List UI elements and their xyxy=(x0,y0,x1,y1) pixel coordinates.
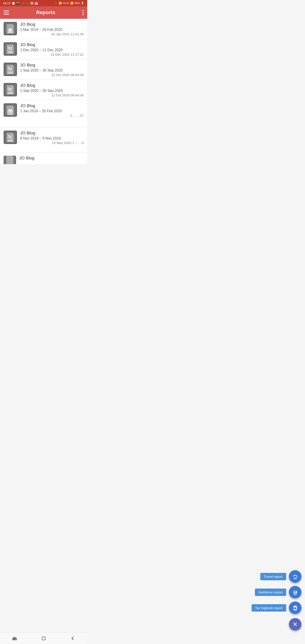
report-range: 8 Nov 2019 – 9 Nov 2019 xyxy=(20,136,84,140)
report-icon-car xyxy=(4,103,17,117)
report-item[interactable]: JO Blog 1 Dec 2020 – 11 Dec 2020 14 Dec … xyxy=(0,39,87,59)
page-title: Reports xyxy=(36,10,55,16)
report-icon-partial xyxy=(4,156,16,164)
svg-point-20 xyxy=(11,112,12,114)
report-icon-doc xyxy=(4,83,17,96)
report-timestamp: 13 May 2020 1… …0 xyxy=(20,141,84,145)
report-list: JO Blog 1 Mar 2019 – 29 Feb 2020 26 Jan … xyxy=(0,19,87,164)
status-time: 08:23 📋 📷 🦋 🦋 🖼 📅 xyxy=(3,2,38,5)
report-name: JO Blog xyxy=(20,22,84,27)
report-item-partial[interactable]: JO Blog xyxy=(0,152,87,164)
svg-rect-21 xyxy=(8,111,10,112)
report-range: 1 Sep 2020 – 30 Sep 2020 xyxy=(20,68,84,72)
menu-button[interactable] xyxy=(4,10,9,14)
report-timestamp: 12 Oct 2020 08:44:34 xyxy=(20,93,84,97)
report-info: JO Blog 1 Sep 2020 – 30 Sep 2020 12 Oct … xyxy=(20,83,84,97)
report-timestamp: 12 Oct 2020 08:44:36 xyxy=(20,73,84,77)
status-indicators: 🔕 📶 VoLTE 📶 94% 🔋 xyxy=(54,2,84,5)
toolbar: Reports xyxy=(0,6,87,19)
report-icon-doc xyxy=(4,130,17,144)
report-info: JO Blog 8 Nov 2019 – 9 Nov 2019 13 May 2… xyxy=(20,130,84,145)
report-name: JO Blog xyxy=(19,156,84,160)
report-name: JO Blog xyxy=(20,103,84,108)
report-item[interactable]: JO Blog 8 Nov 2019 – 9 Nov 2019 13 May 2… xyxy=(0,128,87,152)
report-info: JO Blog 1 Sep 2020 – 30 Sep 2020 12 Oct … xyxy=(20,62,84,77)
report-item[interactable]: JO Blog 1 Mar 2019 – 29 Feb 2020 26 Jan … xyxy=(0,19,87,39)
more-options-button[interactable] xyxy=(82,10,84,15)
report-range: 1 Jan 2019 – 29 Feb 2020 xyxy=(20,109,84,113)
report-timestamp: 14 Dec 2020 11:17:22 xyxy=(20,52,84,56)
report-item[interactable]: JO Blog 1 Sep 2020 – 30 Sep 2020 12 Oct … xyxy=(0,80,87,100)
report-info: JO Blog xyxy=(19,156,84,162)
svg-rect-5 xyxy=(11,30,12,31)
report-name: JO Blog xyxy=(20,130,84,136)
report-timestamp: 26 Jan 2021 11:51:39 xyxy=(20,32,84,36)
report-info: JO Blog 1 Dec 2020 – 11 Dec 2020 14 Dec … xyxy=(20,42,84,56)
report-name: JO Blog xyxy=(20,83,84,88)
svg-rect-4 xyxy=(9,30,10,31)
report-info: JO Blog 1 Jan 2019 – 29 Feb 2020 2… …37 xyxy=(20,103,84,118)
report-info: JO Blog 1 Mar 2019 – 29 Feb 2020 26 Jan … xyxy=(20,22,84,36)
report-icon-doc xyxy=(4,42,17,56)
report-name: JO Blog xyxy=(20,42,84,47)
report-range: 1 Sep 2020 – 30 Sep 2020 xyxy=(20,89,84,93)
status-bar: 08:23 📋 📷 🦋 🦋 🖼 📅 🔕 📶 VoLTE 📶 94% 🔋 xyxy=(0,0,87,6)
report-timestamp: 2… …37 xyxy=(20,114,84,118)
svg-point-19 xyxy=(8,112,10,114)
svg-rect-22 xyxy=(11,111,12,112)
report-range: 1 Dec 2020 – 11 Dec 2020 xyxy=(20,48,84,52)
report-item[interactable]: JO Blog 1 Jan 2019 – 29 Feb 2020 2… …37 xyxy=(0,100,87,127)
report-icon-doc xyxy=(4,62,17,76)
report-range: 1 Mar 2019 – 29 Feb 2020 xyxy=(20,28,84,32)
report-icon-car xyxy=(4,22,17,35)
report-name: JO Blog xyxy=(20,62,84,68)
report-item[interactable]: JO Blog 1 Sep 2020 – 30 Sep 2020 12 Oct … xyxy=(0,60,87,80)
